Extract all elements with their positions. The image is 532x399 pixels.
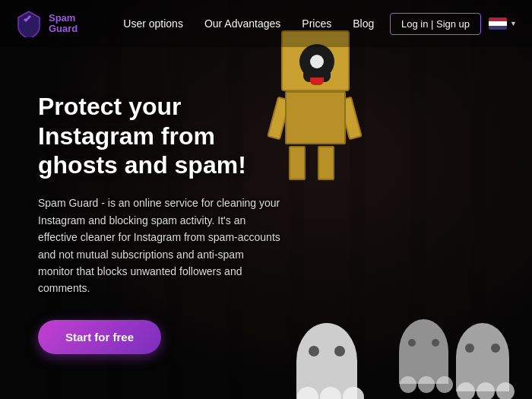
hero-content: Protect your Instagram from ghosts and s… [0,47,319,399]
hero-title: Protect your Instagram from ghosts and s… [38,92,281,179]
nav-link-our-advantages[interactable]: Our Advantages [204,17,280,30]
logo-line1: Spam [49,13,78,24]
login-signup-button[interactable]: Log in | Sign up [390,13,481,35]
chevron-down-icon: ▼ [510,20,517,27]
ghost-body-2 [456,323,509,391]
navbar: Spam Guard User options Our Advantages P… [0,0,532,47]
logo-text: Spam Guard [49,13,78,35]
flag-stripe-blue [489,26,507,30]
ghost-eye-right-1 [334,346,345,356]
ghost-body-3 [399,319,448,384]
ghost-wave-2 [456,382,515,399]
nav-right: Log in | Sign up ▼ [390,13,517,35]
nav-link-blog[interactable]: Blog [353,17,374,30]
nav-link-user-options[interactable]: User options [123,17,183,30]
logo-line2: Guard [49,24,78,34]
nav-links: User options Our Advantages Prices Blog [123,17,390,30]
hero-description: Spam Guard - is an online service for cl… [38,195,281,296]
flag-icon-us [489,17,507,30]
ghost-eye-right-3 [432,339,439,347]
ghost-eye-right-2 [491,344,500,353]
ghost-wave-3 [399,376,454,393]
ghost-figure-3 [399,319,448,384]
ghost-eye-left-3 [408,339,416,347]
start-free-button[interactable]: Start for free [38,320,161,354]
ghost-figure-2 [456,323,509,391]
ghost-eye-left-2 [465,344,474,353]
logo[interactable]: Spam Guard [15,10,78,37]
language-selector[interactable]: ▼ [489,17,517,30]
robot-leg-right [318,146,334,180]
logo-icon [15,10,43,37]
nav-link-prices[interactable]: Prices [302,17,331,30]
